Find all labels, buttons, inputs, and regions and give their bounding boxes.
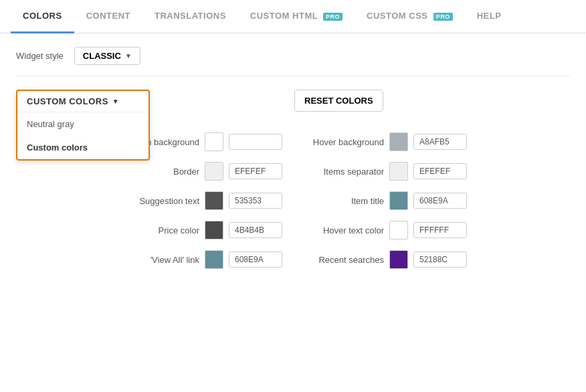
- hover-background-row: Hover background: [293, 127, 570, 157]
- view-all-link-input[interactable]: [229, 252, 282, 268]
- pro-badge-css: PRO: [433, 13, 453, 21]
- recent-searches-input[interactable]: [413, 252, 467, 268]
- item-title-input[interactable]: [413, 193, 467, 209]
- border-swatch[interactable]: [205, 162, 223, 181]
- price-color-row: Price color: [16, 215, 293, 245]
- view-all-link-row: 'View All' link: [16, 245, 293, 274]
- custom-colors-dropdown: CUSTOM COLORS ▼ Neutral gray Custom colo…: [16, 90, 150, 161]
- border-label: Border: [126, 167, 199, 177]
- items-separator-swatch[interactable]: [389, 162, 408, 181]
- border-row: Border: [16, 157, 293, 186]
- suggestion-text-label: Suggestion text: [126, 196, 199, 206]
- main-background-swatch[interactable]: [205, 132, 223, 151]
- item-title-row: Item title: [293, 186, 570, 215]
- tab-custom-css[interactable]: CUSTOM CSS PRO: [355, 0, 465, 33]
- widget-style-row: Widget style CLASSIC ▼: [16, 47, 570, 76]
- tab-custom-html[interactable]: CUSTOM HTML PRO: [238, 0, 355, 33]
- widget-style-dropdown[interactable]: CLASSIC ▼: [74, 47, 140, 65]
- dropdown-arrow-icon: ▼: [112, 98, 119, 105]
- main-background-input[interactable]: [229, 134, 282, 150]
- custom-colors-trigger[interactable]: CUSTOM COLORS ▼: [17, 91, 149, 112]
- tab-content[interactable]: CONTENT: [74, 0, 142, 33]
- suggestion-text-swatch[interactable]: [205, 191, 223, 210]
- hover-background-label: Hover background: [304, 137, 384, 147]
- pro-badge-html: PRO: [323, 13, 343, 21]
- tab-bar: COLORS CONTENT TRANSLATIONS CUSTOM HTML …: [0, 0, 586, 33]
- dropdown-item-neutral-gray[interactable]: Neutral gray: [17, 112, 149, 136]
- hover-background-swatch[interactable]: [389, 132, 408, 151]
- hover-background-input[interactable]: [413, 134, 467, 150]
- hover-text-color-input[interactable]: [413, 222, 467, 238]
- tab-colors[interactable]: COLORS: [11, 0, 74, 33]
- recent-searches-swatch[interactable]: [389, 250, 408, 269]
- item-title-swatch[interactable]: [389, 191, 408, 210]
- reset-colors-button[interactable]: RESET COLORS: [294, 90, 383, 112]
- items-separator-input[interactable]: [413, 163, 467, 179]
- hover-text-color-label: Hover text color: [304, 225, 384, 235]
- price-color-label: Price color: [126, 225, 199, 235]
- price-color-swatch[interactable]: [205, 221, 223, 239]
- item-title-label: Item title: [304, 196, 384, 206]
- tab-help[interactable]: HELP: [465, 0, 514, 33]
- hover-text-color-swatch[interactable]: [389, 221, 408, 239]
- suggestion-text-input[interactable]: [229, 193, 282, 209]
- items-separator-label: Items separator: [304, 167, 384, 177]
- widget-style-label: Widget style: [16, 51, 64, 61]
- color-fields-right: Hover background Items separator Item ti…: [293, 127, 570, 274]
- items-separator-row: Items separator: [293, 157, 570, 186]
- view-all-link-label: 'View All' link: [126, 255, 199, 265]
- main-content: Widget style CLASSIC ▼ CUSTOM COLORS ▼ N…: [0, 33, 586, 288]
- hover-text-color-row: Hover text color: [293, 215, 570, 245]
- widget-style-chevron-icon: ▼: [125, 52, 132, 60]
- dropdown-item-custom-colors[interactable]: Custom colors: [17, 136, 149, 159]
- tab-translations[interactable]: TRANSLATIONS: [142, 0, 238, 33]
- recent-searches-label: Recent searches: [304, 255, 384, 265]
- suggestion-text-row: Suggestion text: [16, 186, 293, 215]
- border-input[interactable]: [229, 163, 282, 179]
- price-color-input[interactable]: [229, 222, 282, 238]
- view-all-link-swatch[interactable]: [205, 250, 223, 269]
- recent-searches-row: Recent searches: [293, 245, 570, 274]
